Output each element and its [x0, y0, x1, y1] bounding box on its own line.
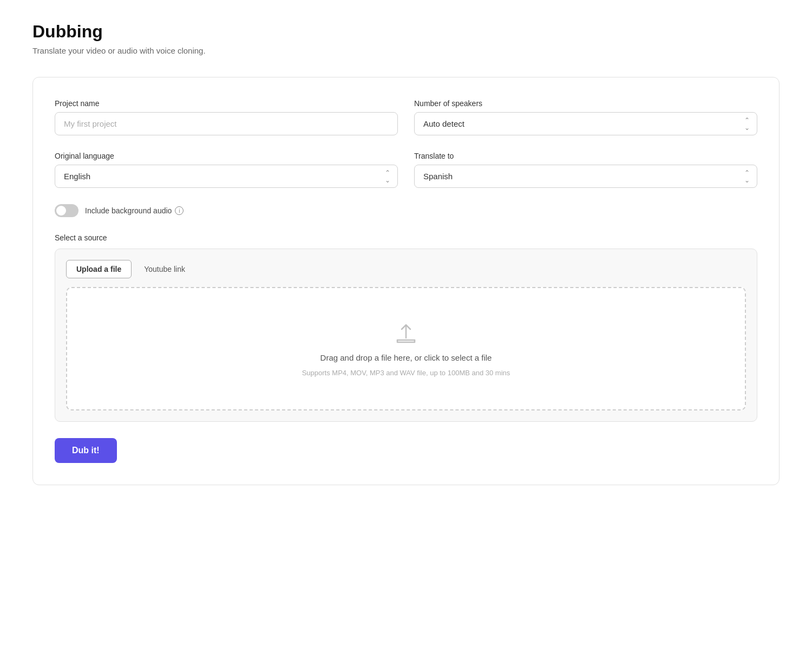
translate-to-group: Translate to Spanish English French Germ…	[414, 152, 757, 188]
speakers-group: Number of speakers Auto detect 1 2 3 4 5…	[414, 99, 757, 135]
translate-to-select[interactable]: Spanish English French German Italian Po…	[414, 165, 757, 188]
project-name-label: Project name	[55, 99, 398, 108]
dropzone[interactable]: Drag and drop a file here, or click to s…	[66, 287, 746, 410]
form-card: Project name Number of speakers Auto det…	[32, 77, 780, 485]
original-language-label: Original language	[55, 152, 398, 160]
project-name-group: Project name	[55, 99, 398, 135]
project-name-input[interactable]	[55, 112, 398, 135]
original-language-select-wrapper: English Spanish French German Italian Po…	[55, 165, 398, 188]
tab-youtube-link[interactable]: Youtube link	[134, 260, 195, 278]
translate-to-label: Translate to	[414, 152, 757, 160]
toggle-slider	[55, 204, 78, 217]
speakers-select-wrapper: Auto detect 1 2 3 4 5 ⌃⌄	[414, 112, 757, 135]
upload-icon	[393, 321, 419, 347]
dropzone-subtext: Supports MP4, MOV, MP3 and WAV file, up …	[302, 369, 510, 377]
background-audio-toggle[interactable]	[55, 204, 78, 217]
translate-to-select-wrapper: Spanish English French German Italian Po…	[414, 165, 757, 188]
original-language-select[interactable]: English Spanish French German Italian Po…	[55, 165, 398, 188]
dropzone-text: Drag and drop a file here, or click to s…	[320, 353, 492, 362]
page-title: Dubbing	[32, 22, 780, 42]
info-icon[interactable]: i	[175, 206, 184, 215]
original-language-group: Original language English Spanish French…	[55, 152, 398, 188]
background-audio-row: Include background audio i	[55, 204, 757, 217]
page-subtitle: Translate your video or audio with voice…	[32, 46, 780, 55]
row-project-speakers: Project name Number of speakers Auto det…	[55, 99, 757, 135]
tab-row: Upload a file Youtube link	[66, 260, 746, 278]
source-container: Upload a file Youtube link Drag and drop…	[55, 249, 757, 422]
row-languages: Original language English Spanish French…	[55, 152, 757, 188]
dub-it-button[interactable]: Dub it!	[55, 438, 117, 463]
background-audio-label: Include background audio i	[85, 206, 184, 215]
select-source-label: Select a source	[55, 233, 757, 242]
speakers-select[interactable]: Auto detect 1 2 3 4 5	[414, 112, 757, 135]
tab-upload-file[interactable]: Upload a file	[66, 260, 132, 278]
speakers-label: Number of speakers	[414, 99, 757, 108]
